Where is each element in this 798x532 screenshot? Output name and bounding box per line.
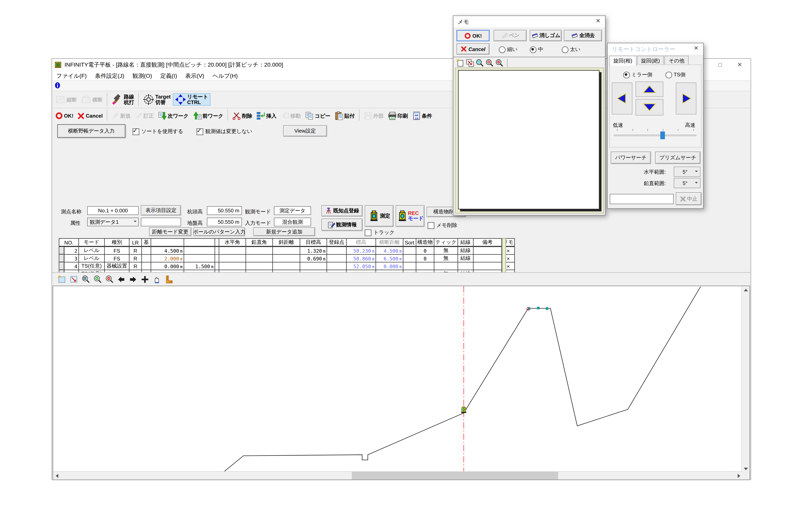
pile-top-field[interactable]: 50.550 m [207, 206, 242, 215]
remote-status-input[interactable] [610, 194, 674, 204]
table-cell[interactable] [327, 254, 346, 262]
toolbar-button-コピー[interactable]: コピー [303, 111, 333, 121]
table-cell[interactable]: 1.500m [184, 262, 215, 270]
menu-item[interactable]: 表示(V) [181, 71, 208, 80]
table-cell[interactable]: 0.000m [376, 262, 403, 270]
table-cell[interactable]: R [129, 262, 142, 270]
side-radio-TS側[interactable]: TS側 [666, 71, 686, 78]
table-cell[interactable] [215, 262, 219, 270]
memo-delete-checkbox[interactable]: メモ削除 [428, 222, 458, 229]
table-cell[interactable] [219, 254, 246, 262]
new-data-button[interactable]: 新規データ追加 [253, 227, 315, 236]
power-search-button[interactable]: パワーサーチ [611, 152, 651, 164]
memo-canvas[interactable] [458, 70, 599, 209]
step-left-button[interactable] [117, 275, 125, 283]
view-settings-button[interactable]: View設定 [283, 125, 327, 137]
fit-window-button[interactable] [466, 58, 474, 66]
table-cell[interactable]: 0.690m [300, 254, 327, 262]
memo-ok-button[interactable]: OK! [457, 30, 489, 41]
table-cell[interactable]: R [129, 254, 142, 262]
table-cell[interactable]: 2 [64, 246, 79, 254]
h-range-select[interactable]: 5° [674, 167, 701, 177]
table-cell[interactable]: R [129, 246, 142, 254]
track-checkbox[interactable]: トラック [365, 229, 395, 236]
zoom-out-red-button[interactable] [495, 58, 503, 66]
toolbar-button-条件[interactable]: mmcm条件 [410, 111, 434, 121]
zoom-rect-button[interactable] [81, 275, 90, 283]
tab-旋回(相)[interactable]: 旋回(相) [609, 56, 636, 66]
attribute-extra-field[interactable] [141, 217, 181, 226]
known-point-button[interactable]: 既知点登録 [321, 205, 363, 216]
table-cell[interactable] [416, 262, 434, 270]
table-cell[interactable]: 1.320m [300, 246, 327, 254]
table-cell[interactable]: FS [105, 254, 129, 262]
table-cell[interactable] [142, 246, 151, 254]
table-cell[interactable] [327, 262, 346, 270]
hand-button[interactable] [153, 275, 161, 283]
table-cell[interactable] [215, 246, 219, 254]
cross-section-notebook-entry-button[interactable]: 横断野帳データ入力 [57, 124, 125, 138]
keep-observed-checkbox-box[interactable] [197, 128, 203, 135]
maximize-icon[interactable]: □ [710, 59, 730, 71]
rotate-down-button[interactable] [636, 99, 664, 115]
ground-height-field[interactable]: 50.550 m [207, 217, 242, 226]
menu-item[interactable]: 条件設定(J) [91, 71, 128, 80]
table-cell[interactable] [142, 262, 151, 270]
table-cell[interactable]: 0 [416, 254, 434, 262]
view-reset-button[interactable] [58, 275, 66, 283]
toolbar-button-Cancel[interactable]: Cancel [75, 112, 105, 120]
memo-cancel-button[interactable]: Cancel [457, 43, 489, 55]
table-cell[interactable]: レベル [79, 254, 104, 262]
memo-eraser-button[interactable]: 消しゴム [530, 30, 562, 41]
radio-icon[interactable] [623, 71, 630, 78]
pan-cross-button[interactable] [141, 275, 149, 283]
track-checkbox-box[interactable] [365, 229, 371, 236]
table-cell[interactable] [458, 262, 474, 270]
menu-item[interactable]: ヘルプ(H) [208, 71, 242, 80]
obs-mode-field[interactable]: 測定データ [274, 206, 311, 215]
table-cell[interactable] [473, 246, 502, 254]
zoom-out-button[interactable] [105, 275, 113, 283]
memo-delete-checkbox-box[interactable] [428, 222, 434, 229]
table-cell[interactable]: 無 [434, 246, 458, 254]
table-cell[interactable]: 2.000m [151, 254, 184, 262]
memo-clear-all-button[interactable]: 全消去 [564, 30, 602, 41]
display-items-button[interactable]: 表示項目設定 [141, 205, 181, 215]
station-name-field[interactable]: No.1 + 0.000 [87, 206, 139, 215]
zoom-in-button[interactable] [93, 275, 101, 283]
keep-observed-checkbox[interactable]: 観測値は変更しない [197, 128, 252, 135]
distance-mode-button[interactable]: 距離モード変更 [149, 227, 191, 236]
pen-width-radio-中[interactable]: 中 [530, 46, 543, 53]
table-cell[interactable]: 結線 [458, 246, 474, 254]
table-cell[interactable] [273, 262, 300, 270]
zoom-extent-button[interactable] [476, 58, 484, 66]
table-cell[interactable] [246, 262, 273, 270]
table-cell[interactable] [473, 262, 502, 270]
row-header[interactable] [59, 246, 64, 254]
table-cell[interactable] [300, 262, 327, 270]
table-cell[interactable]: 50.860m [346, 254, 376, 262]
table-cell[interactable]: 器械設置 [105, 262, 129, 270]
info-icon[interactable] [54, 81, 61, 91]
table-cell[interactable]: FS [105, 246, 129, 254]
table-cell[interactable]: 3 [64, 254, 79, 262]
radio-icon[interactable] [499, 46, 505, 53]
toolbar-button-挿入[interactable]: 挿入 [254, 111, 279, 121]
speed-slider-thumb[interactable] [660, 131, 665, 139]
radio-icon[interactable] [562, 46, 569, 53]
toolbar-button-前ワーク[interactable]: 前ワーク [191, 111, 225, 121]
pen-width-radio-細い[interactable]: 細い [499, 46, 518, 53]
toolbar-button-Target切替[interactable]: Target 切替 [141, 93, 173, 106]
toolbar-button-印刷[interactable]: 印刷 [386, 111, 410, 121]
table-cell[interactable]: 無 [434, 254, 458, 262]
table-cell[interactable]: 4.500m [376, 246, 403, 254]
toolbar-button-OK![interactable]: OK! [53, 112, 75, 120]
remote-close-icon[interactable]: ✕ [694, 45, 699, 52]
table-cell[interactable] [273, 254, 300, 262]
measure-button[interactable]: 測定 [365, 205, 394, 227]
use-sort-checkbox[interactable]: ソートを使用する [133, 128, 183, 135]
table-cell[interactable] [219, 246, 246, 254]
ruler-button[interactable] [165, 275, 173, 283]
toolbar-button-次ワーク[interactable]: 次ワーク [156, 111, 190, 121]
rotate-left-button[interactable] [612, 82, 632, 114]
